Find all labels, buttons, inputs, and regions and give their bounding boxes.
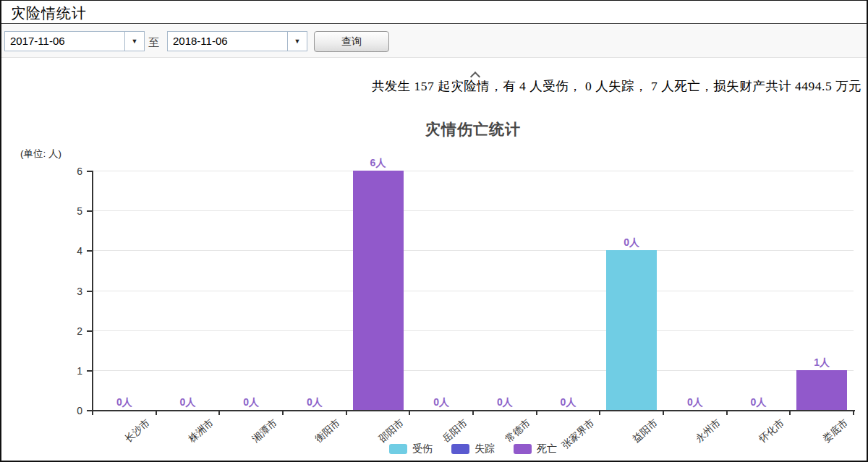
y-axis-tick [87, 370, 92, 372]
dropdown-arrow-icon[interactable]: ▼ [124, 32, 144, 51]
bar-value-label: 0人 [673, 396, 717, 408]
chart-bar[interactable] [353, 171, 404, 410]
y-tick-label: 4 [64, 246, 82, 256]
y-tick-label: 6 [64, 166, 82, 176]
bar-value-label: 0人 [420, 396, 463, 408]
y-axis-tick [87, 291, 92, 292]
legend-swatch-icon [389, 444, 407, 454]
query-toolbar: 2017-11-06 ▼ 至 2018-11-06 ▼ 查询 [1, 25, 867, 58]
x-axis-tick [536, 411, 537, 415]
x-category-label: 常德市 [503, 416, 533, 445]
query-button[interactable]: 查询 [314, 31, 389, 52]
gridline [93, 291, 854, 291]
x-axis-tick [789, 411, 791, 415]
y-tick-label: 0 [64, 406, 82, 416]
bar-value-label: 0人 [166, 396, 210, 408]
date-to-picker[interactable]: 2018-11-06 ▼ [167, 31, 307, 51]
legend-label: 死亡 [537, 442, 557, 455]
x-category-label: 邵阳市 [376, 416, 407, 445]
x-category-label: 岳阳市 [440, 416, 470, 445]
x-category-label: 衡阳市 [312, 416, 343, 445]
y-tick-label: 2 [64, 326, 82, 336]
x-axis-tick [853, 411, 854, 415]
x-axis-tick [156, 411, 157, 415]
date-range-separator: 至 [148, 36, 159, 50]
legend-swatch-icon [451, 444, 469, 454]
gridline [93, 370, 854, 371]
dropdown-arrow-icon[interactable]: ▼ [287, 32, 307, 51]
x-category-label: 永州市 [693, 416, 723, 445]
x-category-label: 怀化市 [757, 416, 787, 445]
chart-bar[interactable] [796, 370, 847, 410]
x-axis-tick [218, 411, 220, 415]
x-axis-tick [92, 411, 93, 415]
x-axis-tick [472, 411, 474, 415]
date-to-value: 2018-11-06 [168, 32, 287, 51]
x-axis-tick [599, 411, 600, 415]
bar-value-label: 0人 [547, 396, 590, 408]
bar-value-label: 0人 [610, 236, 653, 248]
x-category-label: 株洲市 [186, 416, 216, 445]
x-axis-tick [346, 411, 347, 415]
page-title: 灾险情统计 [11, 4, 87, 23]
bar-value-label: 1人 [800, 356, 843, 368]
summary-text: 共发生 157 起灾险情，有 4 人受伤， 0 人失踪， 7 人死亡，损失财产共… [1, 74, 861, 98]
y-axis-tick [87, 250, 92, 252]
chart-bar[interactable] [606, 250, 657, 410]
x-axis-tick [282, 411, 284, 415]
legend-item[interactable]: 死亡 [514, 442, 557, 455]
bar-value-label: 6人 [357, 157, 400, 168]
disaster-statistics-page: 灾险情统计 2017-11-06 ▼ 至 2018-11-06 ▼ 查询 共发生… [0, 0, 868, 462]
y-axis-tick [87, 330, 92, 332]
x-category-label: 湘潭市 [250, 416, 280, 445]
legend-label: 失踪 [475, 442, 495, 455]
y-axis-tick [87, 210, 92, 212]
y-tick-label: 3 [64, 286, 82, 296]
date-from-picker[interactable]: 2017-11-06 ▼ [4, 31, 145, 51]
bar-value-label: 0人 [293, 396, 336, 408]
y-tick-label: 5 [64, 206, 82, 216]
page-header: 灾险情统计 [1, 1, 867, 24]
y-axis-line [92, 171, 93, 411]
chart-unit-label: (单位: 人) [20, 147, 61, 161]
x-axis-tick [409, 411, 410, 415]
x-category-label: 益阳市 [630, 416, 660, 445]
gridline [93, 210, 854, 211]
chart-title: 灾情伤亡统计 [93, 119, 854, 140]
legend-label: 受伤 [412, 442, 433, 455]
x-axis-tick [663, 411, 664, 415]
bar-value-label: 0人 [229, 396, 273, 408]
legend-item[interactable]: 受伤 [389, 442, 433, 455]
gridline [93, 250, 854, 251]
x-category-label: 娄底市 [820, 416, 851, 445]
x-category-label: 长沙市 [122, 416, 153, 445]
y-axis-tick [87, 410, 92, 411]
chart-legend: 受伤失踪死亡 [93, 442, 854, 455]
bar-value-label: 0人 [737, 396, 780, 408]
y-tick-label: 1 [64, 366, 82, 376]
gridline [93, 330, 854, 331]
bar-value-label: 0人 [483, 396, 527, 408]
y-axis-tick [87, 171, 92, 172]
gridline [93, 171, 854, 171]
x-axis-tick [726, 411, 728, 415]
date-from-value: 2017-11-06 [5, 32, 124, 51]
bar-value-label: 0人 [103, 396, 146, 408]
legend-item[interactable]: 失踪 [451, 442, 495, 455]
legend-swatch-icon [514, 444, 532, 454]
